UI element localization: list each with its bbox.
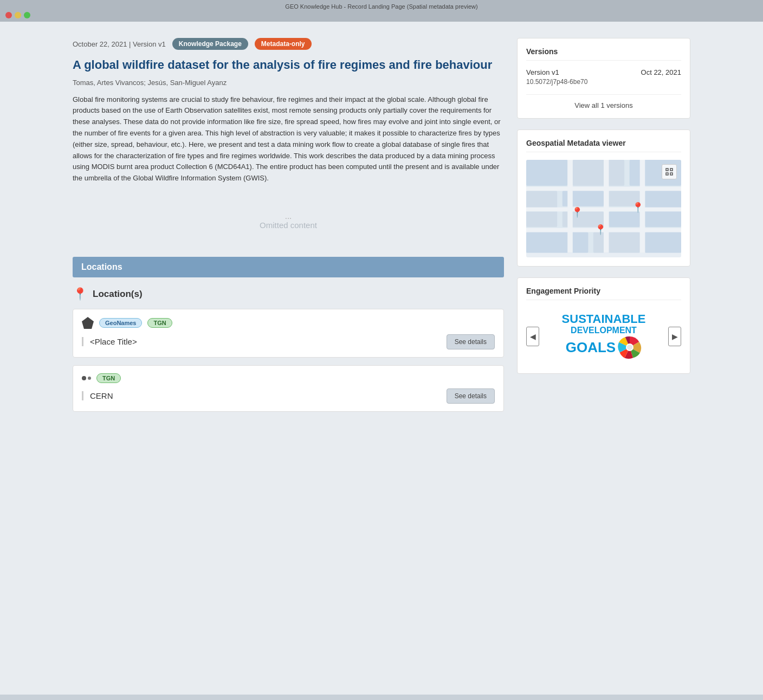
sdg-line2: DEVELOPMENT — [544, 325, 664, 335]
svg-rect-16 — [526, 187, 681, 191]
version-date: Oct 22, 2021 — [641, 68, 681, 76]
record-abstract: Global fire monitoring systems are cruci… — [73, 94, 504, 184]
svg-rect-22 — [670, 173, 673, 175]
browser-title: GEO Knowledge Hub - Record Landing Page … — [5, 3, 758, 10]
main-layout: October 22, 2021 | Version v1 Knowledge … — [73, 38, 690, 419]
location-card-2: TGN CERN See details — [73, 365, 504, 412]
dot-2 — [88, 377, 91, 380]
see-details-button-2[interactable]: See details — [447, 388, 495, 404]
tag-tgn-1: TGN — [147, 318, 172, 328]
omitted-dots: ... — [73, 211, 504, 221]
svg-rect-14 — [604, 160, 609, 253]
location-card-2-header: TGN — [82, 373, 495, 383]
location-card-2-body: CERN See details — [82, 388, 495, 404]
sdg-goals: GOALS — [566, 340, 616, 354]
svg-rect-2 — [573, 160, 624, 186]
dot-red[interactable] — [5, 12, 12, 18]
versions-card-title: Versions — [526, 47, 681, 61]
sdg-content: SUSTAINABLE DEVELOPMENT GOALS — [539, 313, 668, 359]
locations-label-row: 📍 Location(s) — [73, 287, 504, 301]
engagement-card: Engagement Priority ◀ SUSTAINABLE DEVELO… — [517, 277, 690, 374]
svg-rect-12 — [645, 232, 681, 252]
svg-rect-9 — [609, 211, 640, 227]
tag-tgn-2: TGN — [96, 373, 121, 383]
geospatial-card-title: Geospatial Metadata viewer — [526, 139, 681, 152]
sdg-arrow-right[interactable]: ▶ — [668, 327, 681, 346]
browser-dots — [5, 12, 758, 18]
dot-green[interactable] — [24, 12, 30, 18]
page-wrapper: October 22, 2021 | Version v1 Knowledge … — [0, 22, 763, 695]
location-border-left-1: <Place Title> — [82, 337, 447, 346]
version-line: Version v1 Oct 22, 2021 — [526, 68, 681, 76]
badge-knowledge: Knowledge Package — [172, 38, 248, 50]
left-column: October 22, 2021 | Version v1 Knowledge … — [73, 38, 504, 419]
see-details-button-1[interactable]: See details — [447, 334, 495, 349]
location-card-1: GeoNames TGN <Place Title> See details — [73, 309, 504, 358]
dot-yellow[interactable] — [15, 12, 21, 18]
view-all-versions-link[interactable]: View all 1 versions — [526, 94, 681, 109]
sdg-arrow-left[interactable]: ◀ — [526, 327, 539, 346]
record-title: A global wildfire dataset for the analys… — [73, 57, 504, 73]
omitted-label: Omitted content — [73, 221, 504, 230]
right-column: Versions Version v1 Oct 22, 2021 10.5072… — [517, 38, 690, 419]
omitted-content: ... Omitted content — [73, 195, 504, 246]
dots-icon — [82, 376, 91, 380]
version-row: Version v1 Oct 22, 2021 10.5072/j7p48-6b… — [526, 68, 681, 86]
svg-rect-10 — [526, 232, 588, 252]
svg-rect-1 — [526, 160, 567, 186]
sdg-wheel-icon — [618, 335, 642, 359]
engagement-card-title: Engagement Priority — [526, 287, 681, 300]
svg-rect-19 — [666, 168, 668, 171]
dot-1 — [82, 376, 86, 380]
location-name-2: CERN — [90, 391, 113, 400]
map-pin-2: 📍 — [632, 202, 644, 213]
sdg-line1: SUSTAINABLE — [544, 313, 664, 325]
record-authors: Tomas, Artes Vivancos; Jesús, San-Miguel… — [73, 79, 504, 87]
svg-rect-20 — [670, 168, 673, 171]
versions-card: Versions Version v1 Oct 22, 2021 10.5072… — [517, 38, 690, 119]
location-card-1-header: GeoNames TGN — [82, 317, 495, 329]
badge-metadata: Metadata-only — [255, 38, 312, 50]
geospatial-card: Geospatial Metadata viewer — [517, 129, 690, 267]
version-label: Version v1 — [526, 68, 559, 76]
location-pin-icon: 📍 — [73, 287, 87, 301]
location-border-left-2: CERN — [82, 391, 447, 400]
svg-rect-21 — [666, 173, 668, 175]
pentagon-icon — [82, 317, 94, 329]
locations-section-header: Locations — [73, 257, 504, 277]
svg-point-25 — [627, 345, 632, 350]
record-date-version: October 22, 2021 | Version v1 — [73, 40, 166, 48]
sdg-container: ◀ SUSTAINABLE DEVELOPMENT GOALS — [526, 308, 681, 365]
browser-chrome: GEO Knowledge Hub - Record Landing Page … — [0, 0, 763, 22]
version-doi: 10.5072/j7p48-6be70 — [526, 78, 681, 86]
map-container[interactable]: 📍 📍 📍 — [526, 160, 681, 257]
locations-section: Locations 📍 Location(s) GeoNames TGN <Pl… — [73, 257, 504, 412]
map-background — [526, 160, 681, 253]
location-card-1-body: <Place Title> See details — [82, 334, 495, 349]
record-meta: October 22, 2021 | Version v1 Knowledge … — [73, 38, 504, 50]
map-expand-button[interactable] — [662, 164, 677, 179]
map-pin-3: 📍 — [594, 224, 606, 236]
locations-label: Location(s) — [93, 289, 143, 300]
svg-rect-17 — [526, 208, 681, 212]
map-pin-1: 📍 — [571, 206, 583, 218]
tag-geonames: GeoNames — [99, 318, 142, 328]
location-name-1: <Place Title> — [90, 337, 137, 346]
